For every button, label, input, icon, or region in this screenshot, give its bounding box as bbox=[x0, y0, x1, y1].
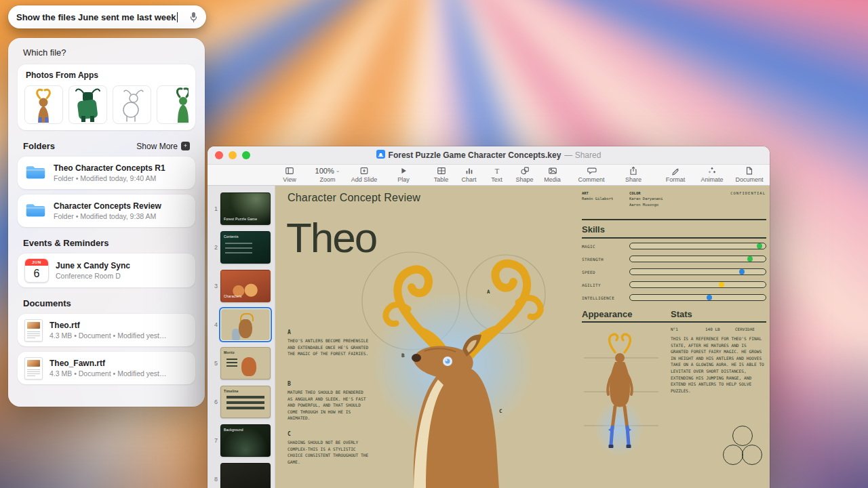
minimize-button[interactable] bbox=[229, 151, 237, 159]
skills-label: Skills bbox=[582, 224, 605, 235]
marker-a: A bbox=[487, 289, 490, 295]
play-icon bbox=[398, 166, 409, 176]
folder-result-row[interactable]: Theo Character Concepts R1 Folder • Modi… bbox=[18, 157, 195, 189]
event-result-row[interactable]: JUN 6 June x Candy Sync Conference Room … bbox=[18, 253, 195, 287]
slide-thumbnail-2[interactable]: 2 Contents bbox=[208, 231, 275, 264]
deer-illustration-thumb[interactable] bbox=[24, 85, 63, 124]
comment-button[interactable]: Comment bbox=[574, 166, 608, 183]
document-icon bbox=[24, 319, 43, 342]
folders-section-label: Folders bbox=[23, 141, 55, 151]
stat-weight: 140 LB bbox=[705, 327, 720, 331]
result-subtitle: Folder • Modified today, 9:38 AM bbox=[54, 212, 161, 220]
share-icon bbox=[628, 166, 639, 176]
documents-section-head: Documents bbox=[23, 298, 190, 308]
logo-circle bbox=[742, 445, 762, 465]
show-more-label: Show More bbox=[136, 142, 178, 151]
skill-row-strength: STRENGTH bbox=[582, 256, 766, 262]
close-button[interactable] bbox=[215, 151, 223, 159]
result-subtitle: Conference Room D bbox=[56, 272, 130, 280]
appearance-label: Appearance bbox=[582, 309, 632, 319]
slide-thumbnail-4-selected[interactable]: 4 bbox=[208, 308, 275, 341]
table-button[interactable]: Table bbox=[427, 166, 455, 183]
document-button[interactable]: Document bbox=[732, 166, 767, 183]
result-title: Theo Character Concepts R1 bbox=[54, 163, 165, 173]
animate-icon bbox=[707, 166, 717, 176]
folder-icon bbox=[24, 163, 47, 184]
svg-text:T: T bbox=[494, 167, 499, 175]
add-slide-icon bbox=[359, 166, 370, 176]
window-titlebar[interactable]: Forest Puzzle Game Character Concepts.ke… bbox=[208, 146, 770, 165]
window-title: Forest Puzzle Game Character Concepts.ke… bbox=[389, 150, 561, 160]
shape-button[interactable]: Shape bbox=[511, 166, 538, 183]
calendar-day: 6 bbox=[25, 266, 48, 281]
media-button[interactable]: Media bbox=[538, 166, 566, 183]
shared-badge: — Shared bbox=[564, 150, 601, 160]
stat-family: CERVIDAE bbox=[735, 327, 755, 331]
microphone-icon[interactable] bbox=[189, 12, 198, 22]
calendar-icon: JUN 6 bbox=[24, 258, 49, 283]
folder-icon bbox=[24, 201, 47, 222]
skill-bar bbox=[629, 281, 766, 288]
view-icon bbox=[284, 166, 295, 176]
documents-section-label: Documents bbox=[23, 298, 71, 308]
green-deer-thumb[interactable] bbox=[157, 85, 189, 124]
chevron-down-icon: ⌄ bbox=[336, 166, 340, 176]
share-button[interactable]: Share bbox=[618, 166, 649, 183]
chart-button[interactable]: Chart bbox=[455, 166, 483, 183]
theo-deer-illustration bbox=[343, 213, 567, 488]
green-character-thumb[interactable] bbox=[68, 85, 107, 124]
zoom-value: 100% bbox=[315, 166, 334, 176]
slide-canvas: Character Concept Review ART Ramón Gilab… bbox=[275, 186, 770, 488]
skill-dot bbox=[747, 256, 753, 262]
keynote-toolbar: View 100%⌄ Zoom Add Slide Play Table Cha… bbox=[208, 165, 770, 186]
result-title: June x Candy Sync bbox=[56, 261, 130, 270]
slide-navigator[interactable]: 1 Forest Puzzle Game 2 Contents 3 Charac… bbox=[208, 186, 275, 488]
stat-number: N°1 bbox=[671, 327, 678, 331]
show-more-icon: + bbox=[181, 142, 190, 150]
result-title: Theo.rtf bbox=[50, 321, 167, 330]
credit-color: COLOR Karan Daryanani Aaron Musengo bbox=[629, 190, 663, 207]
results-title: Which file? bbox=[23, 47, 195, 58]
confidential-label: CONFIDENTIAL bbox=[730, 191, 766, 195]
appearance-figure bbox=[584, 327, 658, 466]
skill-row-intelligence: INTELLIGENCE bbox=[582, 294, 766, 301]
comment-icon bbox=[586, 166, 597, 176]
text-icon: T bbox=[492, 166, 502, 176]
media-icon bbox=[547, 166, 558, 176]
slide-thumbnail-6[interactable]: 6 Timeline bbox=[208, 386, 275, 418]
format-button[interactable]: Format bbox=[660, 166, 691, 183]
view-button[interactable]: View bbox=[274, 166, 305, 183]
show-more-button[interactable]: Show More + bbox=[136, 142, 190, 151]
deer-sketch-thumb[interactable] bbox=[113, 85, 151, 124]
keynote-app-icon bbox=[376, 150, 385, 161]
slide-thumbnail-5[interactable]: 5 Moritz bbox=[208, 347, 275, 380]
zoom-control[interactable]: 100%⌄ Zoom bbox=[312, 166, 343, 183]
result-subtitle: Folder • Modified today, 9:40 AM bbox=[54, 174, 165, 182]
slide-thumbnail-3[interactable]: 3 Characters bbox=[208, 270, 275, 302]
photos-from-apps-card: Photos From Apps bbox=[18, 64, 195, 130]
divider bbox=[582, 219, 766, 220]
calendar-month: JUN bbox=[25, 259, 48, 266]
play-button[interactable]: Play bbox=[388, 166, 419, 183]
slide-thumbnail-7[interactable]: 7 Background bbox=[208, 424, 275, 457]
text-button[interactable]: T Text bbox=[483, 166, 511, 183]
folder-result-row[interactable]: Character Concepts Review Folder • Modif… bbox=[18, 195, 195, 227]
add-slide-button[interactable]: Add Slide bbox=[349, 166, 380, 183]
skill-bar bbox=[629, 294, 766, 301]
spotlight-input[interactable]: Show the files June sent me last week bbox=[8, 5, 206, 28]
fullscreen-button[interactable] bbox=[242, 151, 250, 159]
skill-bar bbox=[629, 256, 766, 262]
skill-dot bbox=[757, 243, 762, 249]
logo-circle bbox=[723, 445, 743, 465]
events-section-label: Events & Reminders bbox=[23, 238, 108, 248]
skill-dot bbox=[739, 269, 745, 274]
document-result-row[interactable]: Theo.rtf 4.3 MB • Document • Modified ye… bbox=[18, 314, 195, 346]
skill-bar bbox=[629, 243, 766, 249]
slide-thumbnail-1[interactable]: 1 Forest Puzzle Game bbox=[208, 192, 275, 225]
stats-description: THIS IS A REFERENCE FOR THEO'S FINAL STA… bbox=[671, 336, 766, 394]
animate-button[interactable]: Animate bbox=[696, 166, 728, 183]
result-title: Theo_Fawn.rtf bbox=[50, 359, 167, 368]
skill-row-speed: SPEED bbox=[582, 268, 766, 275]
document-result-row[interactable]: Theo_Fawn.rtf 4.3 MB • Document • Modifi… bbox=[18, 352, 195, 384]
slide-thumbnail-8[interactable]: 8 bbox=[208, 463, 275, 488]
